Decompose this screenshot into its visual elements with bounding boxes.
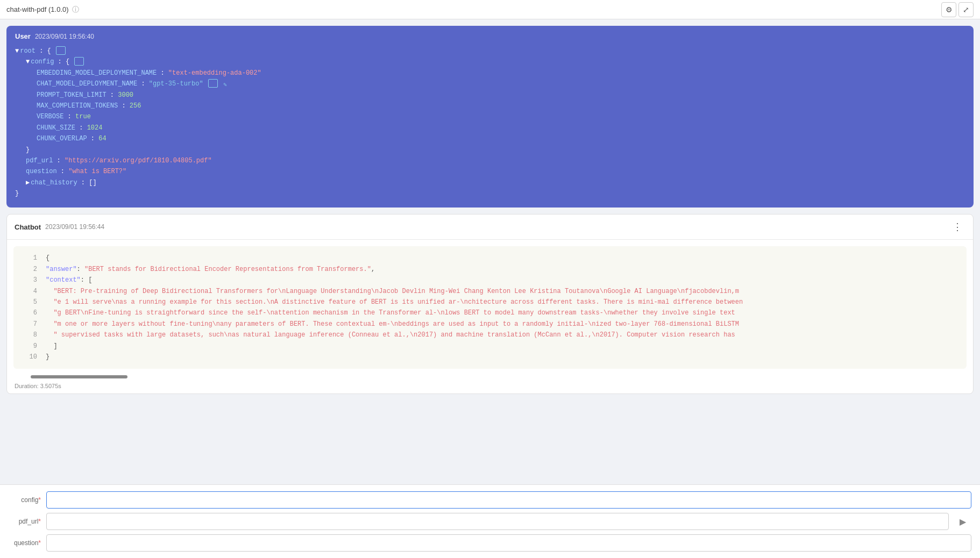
copy-chat-model-icon[interactable]: [209, 80, 218, 88]
copy-config-icon[interactable]: [75, 58, 84, 66]
main-content: User 2023/09/01 19:56:40 ▼root : { ▼conf…: [0, 19, 980, 394]
user-code-area: ▼root : { ▼config : { EMBEDDING_MODEL_DE…: [15, 46, 965, 199]
user-label: User: [15, 32, 31, 40]
chatbot-title: Chatbot: [15, 223, 41, 231]
info-icon: ⓘ: [72, 5, 79, 15]
json-line-7: 7 "m one or more layers without fine-tun…: [22, 319, 958, 330]
chatbot-json-output: 1 { 2 "answer": "BERT stands for Bidirec…: [13, 246, 967, 369]
json-line-4: 4 "BERT: Pre-training of Deep Bidirectio…: [22, 286, 958, 297]
chatbot-menu-button[interactable]: ⋮: [949, 220, 965, 234]
settings-button[interactable]: ⚙: [941, 2, 956, 17]
json-line-5: 5 "e 1 will serve\nas a running example …: [22, 297, 958, 307]
user-block: User 2023/09/01 19:56:40 ▼root : { ▼conf…: [6, 26, 974, 208]
user-block-header: User 2023/09/01 19:56:40: [15, 32, 965, 40]
chatbot-header-left: Chatbot 2023/09/01 19:56:44: [15, 223, 104, 231]
horizontal-scrollbar[interactable]: [31, 375, 127, 378]
user-timestamp: 2023/09/01 19:56:40: [35, 33, 94, 40]
json-line-6: 6 "g BERT\nFine-tuning is straightforwar…: [22, 307, 958, 318]
app-title: chat-with-pdf (1.0.0): [6, 5, 69, 13]
json-line-3: 3 "context": [: [22, 275, 958, 285]
topbar: chat-with-pdf (1.0.0) ⓘ ⚙ ⤢: [0, 0, 980, 19]
json-line-10: 10 }: [22, 352, 958, 362]
duration-text: Duration: 3.5075s: [7, 381, 973, 394]
topbar-left: chat-with-pdf (1.0.0) ⓘ: [6, 5, 79, 15]
expand-button[interactable]: ⤢: [958, 2, 974, 17]
chatbot-block: Chatbot 2023/09/01 19:56:44 ⋮ 1 { 2 "ans…: [6, 214, 974, 394]
edit-chat-model-icon[interactable]: ✎: [223, 80, 231, 88]
json-line-1: 1 {: [22, 253, 958, 263]
chatbot-header: Chatbot 2023/09/01 19:56:44 ⋮: [7, 214, 973, 240]
json-line-9: 9 ]: [22, 341, 958, 352]
chatbot-timestamp: 2023/09/01 19:56:44: [45, 223, 104, 231]
topbar-icons: ⚙ ⤢: [941, 2, 974, 17]
copy-root-icon[interactable]: [57, 47, 66, 55]
json-line-2: 2 "answer": "BERT stands for Bidirection…: [22, 264, 958, 275]
json-line-8: 8 " supervised tasks with large datasets…: [22, 330, 958, 340]
